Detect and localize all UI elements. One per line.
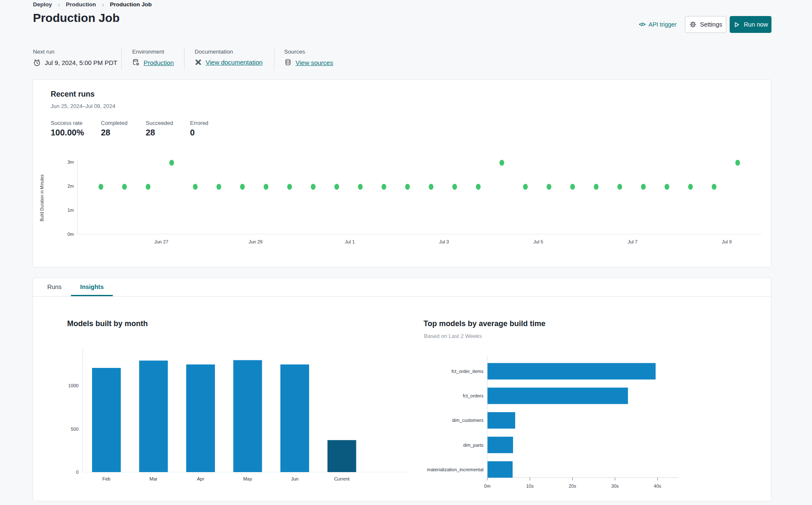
api-trigger-label: API trigger — [649, 21, 676, 28]
svg-text:Jul 7: Jul 7 — [627, 239, 637, 244]
svg-text:Jun 27: Jun 27 — [154, 239, 168, 244]
database-icon — [284, 59, 292, 66]
stat-completed: Completed 28 — [101, 120, 128, 138]
svg-text:dim_customers: dim_customers — [452, 418, 483, 423]
play-icon — [733, 21, 740, 28]
tab-runs[interactable]: Runs — [38, 278, 71, 296]
environment-link[interactable]: Production — [144, 59, 174, 66]
build-duration-chart: 0m1m2m3mJun 27Jun 29Jul 1Jul 3Jul 5Jul 7… — [38, 156, 765, 252]
chevron-right-icon: › — [58, 1, 60, 8]
recent-runs-title: Recent runs — [51, 90, 95, 99]
svg-text:Current: Current — [334, 476, 350, 481]
chevron-right-icon: › — [102, 1, 104, 8]
top-models-title: Top models by average build time — [424, 319, 546, 328]
breadcrumb-item-production[interactable]: Production — [66, 1, 96, 8]
top-models-subtitle: Based on Last 2 Weeks — [424, 333, 482, 339]
alarm-clock-icon — [33, 59, 41, 67]
settings-button[interactable]: Settings — [685, 16, 726, 33]
documentation-label: Documentation — [195, 49, 263, 55]
breadcrumb-item-deploy[interactable]: Deploy — [33, 1, 52, 8]
meta-sources: Sources View sources — [284, 49, 333, 66]
breadcrumb-item-production-job: Production Job — [110, 1, 152, 8]
meta-environment: Environment Production — [132, 49, 174, 66]
svg-text:1m: 1m — [68, 208, 74, 213]
svg-text:500: 500 — [71, 427, 79, 432]
environment-icon — [132, 59, 140, 66]
svg-text:Jun: Jun — [291, 476, 299, 481]
meta-divider — [121, 47, 122, 70]
settings-button-label: Settings — [700, 21, 722, 28]
svg-text:1000: 1000 — [68, 383, 79, 388]
svg-text:fct_order_items: fct_order_items — [451, 369, 483, 374]
stat-value: 28 — [101, 128, 128, 138]
recent-runs-card: Recent runs Jun 25, 2024–Jul 09, 2024 Su… — [33, 79, 771, 267]
stat-succeeded: Succeeded 28 — [146, 120, 173, 138]
stat-errored: Errored 0 — [190, 120, 208, 138]
svg-text:Jun 29: Jun 29 — [249, 239, 263, 244]
svg-text:materialization_incremental: materialization_incremental — [427, 467, 483, 472]
models-by-month-title: Models built by month — [67, 319, 148, 328]
svg-text:30s: 30s — [611, 483, 619, 489]
stat-label: Succeeded — [146, 120, 173, 126]
recent-runs-date-range: Jun 25, 2024–Jul 09, 2024 — [51, 103, 115, 109]
environment-label: Environment — [132, 49, 174, 55]
next-run-value: Jul 9, 2024, 5:00 PM PDT — [45, 59, 117, 66]
tab-insights[interactable]: Insights — [71, 278, 113, 296]
meta-divider — [274, 47, 274, 70]
svg-text:0m: 0m — [68, 232, 74, 237]
run-now-button[interactable]: Run now — [730, 16, 771, 33]
svg-text:0m: 0m — [484, 483, 490, 489]
view-documentation-link[interactable]: View documentation — [206, 59, 263, 66]
svg-text:40s: 40s — [654, 483, 661, 489]
breadcrumb: Deploy › Production › Production Job — [33, 1, 152, 8]
meta-divider — [184, 47, 185, 70]
api-trigger-link[interactable]: </> API trigger — [639, 21, 676, 28]
gear-icon — [689, 21, 697, 28]
stat-value: 0 — [190, 128, 208, 138]
stat-value: 28 — [146, 128, 173, 138]
view-sources-link[interactable]: View sources — [296, 59, 333, 66]
svg-text:Build Duration in Minutes: Build Duration in Minutes — [40, 174, 44, 221]
top-models-chart: 0m10s20s30s40sfct_order_itemsfct_ordersd… — [418, 342, 714, 493]
svg-text:Jul 5: Jul 5 — [533, 239, 543, 244]
sources-label: Sources — [284, 49, 333, 55]
stat-value: 100.00% — [51, 128, 84, 138]
next-run-label: Next run — [33, 49, 117, 55]
svg-text:0: 0 — [76, 470, 79, 475]
insights-panel: Runs Insights Models built by month Top … — [33, 278, 771, 501]
svg-text:Mar: Mar — [149, 476, 158, 481]
svg-text:Feb: Feb — [103, 476, 111, 481]
svg-text:10s: 10s — [526, 483, 534, 489]
svg-text:3m: 3m — [68, 159, 74, 165]
models-by-month-chart: 05001000FebMarAprMayJunCurrent — [64, 342, 410, 483]
stat-success-rate: Success rate 100.00% — [51, 120, 84, 138]
svg-text:Jul 3: Jul 3 — [439, 239, 449, 244]
meta-next-run: Next run Jul 9, 2024, 5:00 PM PDT — [33, 49, 117, 67]
svg-text:dim_parts: dim_parts — [463, 443, 484, 448]
meta-documentation: Documentation View documentation — [195, 49, 263, 66]
svg-text:Apr: Apr — [197, 476, 204, 481]
tab-bar: Runs Insights — [33, 278, 771, 297]
svg-text:Jul 9: Jul 9 — [722, 239, 732, 244]
run-now-button-label: Run now — [744, 21, 768, 28]
code-icon: </> — [639, 22, 645, 27]
stat-label: Errored — [190, 120, 208, 126]
stat-label: Completed — [101, 120, 128, 126]
svg-text:2m: 2m — [68, 184, 74, 189]
page-title: Production Job — [33, 11, 119, 25]
svg-text:Jul 1: Jul 1 — [345, 239, 355, 244]
svg-text:20s: 20s — [569, 483, 576, 489]
dbt-docs-icon — [195, 59, 202, 66]
svg-text:May: May — [243, 476, 252, 481]
svg-text:fct_orders: fct_orders — [463, 393, 483, 398]
stat-label: Success rate — [51, 120, 84, 126]
